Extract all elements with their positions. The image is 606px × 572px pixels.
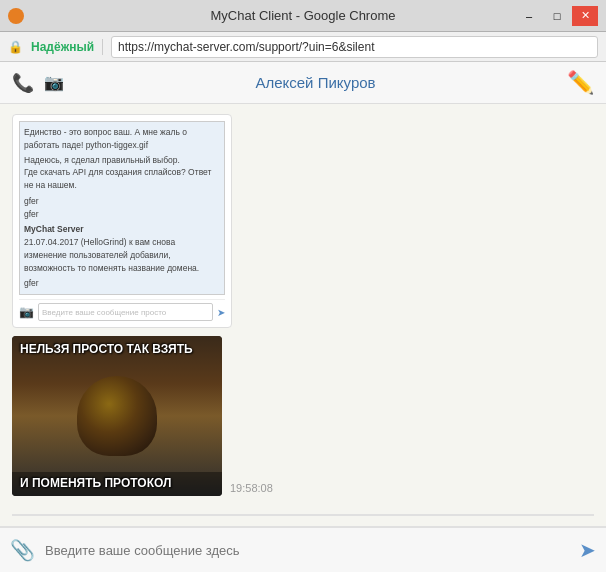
screenshot-message-row: Единство - это вопрос ваш. А мне жаль о … <box>12 114 594 328</box>
secure-label: Надёжный <box>31 40 94 54</box>
title-bar: MyChat Client - Google Chrome – □ ✕ <box>0 0 606 32</box>
phone-icon[interactable]: 📞 <box>12 72 34 94</box>
lock-icon: 🔒 <box>8 40 23 54</box>
chat-body: Единство - это вопрос ваш. А мне жаль о … <box>0 104 606 526</box>
header-icons: 📞 📷 <box>12 72 64 94</box>
screenshot-camera-icon: 📷 <box>19 305 34 319</box>
meme-message-row: НЕЛЬЗЯ ПРОСТО ТАК ВЗЯТЬ И ПОМЕНЯТЬ ПРОТО… <box>12 336 594 496</box>
meme-person <box>77 376 157 456</box>
screenshot-preview: Единство - это вопрос ваш. А мне жаль о … <box>19 121 225 295</box>
app-window: MyChat Client - Google Chrome – □ ✕ 🔒 На… <box>0 0 606 572</box>
screenshot-text-7: 21.07.04.2017 (HelloGrind) к вам снова и… <box>24 236 220 274</box>
video-icon[interactable]: 📷 <box>44 73 64 92</box>
screenshot-input-mock: Введите ваше сообщение просто <box>38 303 213 321</box>
attach-icon[interactable]: 📎 <box>10 538 35 562</box>
address-bar: 🔒 Надёжный https://mychat-server.com/sup… <box>0 32 606 62</box>
edit-icon[interactable]: ✏️ <box>567 70 594 96</box>
screenshot-bottom: 📷 Введите ваше сообщение просто ➤ <box>19 299 225 321</box>
screenshot-text-4: gfer <box>24 195 220 208</box>
meme-top-text: НЕЛЬЗЯ ПРОСТО ТАК ВЗЯТЬ <box>12 336 222 362</box>
contact-name: Алексей Пикуров <box>255 74 375 91</box>
url-input[interactable]: https://mychat-server.com/support/?uin=6… <box>111 36 598 58</box>
send-icon[interactable]: ➤ <box>579 538 596 562</box>
screenshot-bubble: Единство - это вопрос ваш. А мне жаль о … <box>12 114 232 328</box>
meme-timestamp: 19:58:08 <box>230 482 273 496</box>
screenshot-text-3: Где скачать API для создания сплайсов? О… <box>24 166 220 192</box>
title-bar-left <box>8 8 24 24</box>
screenshot-send-icon: ➤ <box>217 307 225 318</box>
screenshot-text-6: MyChat Server <box>24 223 220 236</box>
meme-bottom-text: И ПОМЕНЯТЬ ПРОТОКОЛ <box>12 472 222 496</box>
meme-bg: НЕЛЬЗЯ ПРОСТО ТАК ВЗЯТЬ И ПОМЕНЯТЬ ПРОТО… <box>12 336 222 496</box>
close-button[interactable]: ✕ <box>572 6 598 26</box>
url-text: https://mychat-server.com/support/?uin=6… <box>118 40 374 54</box>
minimize-button[interactable]: – <box>516 6 542 26</box>
screenshot-text-5: gfer <box>24 208 220 221</box>
meme-image: НЕЛЬЗЯ ПРОСТО ТАК ВЗЯТЬ И ПОМЕНЯТЬ ПРОТО… <box>12 336 222 496</box>
chat-input-area: 📎 ➤ <box>0 526 606 572</box>
address-divider <box>102 39 103 55</box>
file-message-row: gifer 📄 java-to-mychat.zip ⬇ (27.58 Kb) … <box>12 514 594 526</box>
window-controls: – □ ✕ <box>516 6 598 26</box>
maximize-button[interactable]: □ <box>544 6 570 26</box>
app-icon <box>8 8 24 24</box>
chat-header: 📞 📷 Алексей Пикуров ✏️ <box>0 62 606 104</box>
screenshot-text-8: gfer <box>24 277 220 290</box>
message-input[interactable] <box>45 543 569 558</box>
screenshot-text-2: Надеюсь, я сделал правильный выбор. <box>24 154 220 167</box>
screenshot-text-1: Единство - это вопрос ваш. А мне жаль о … <box>24 126 220 152</box>
